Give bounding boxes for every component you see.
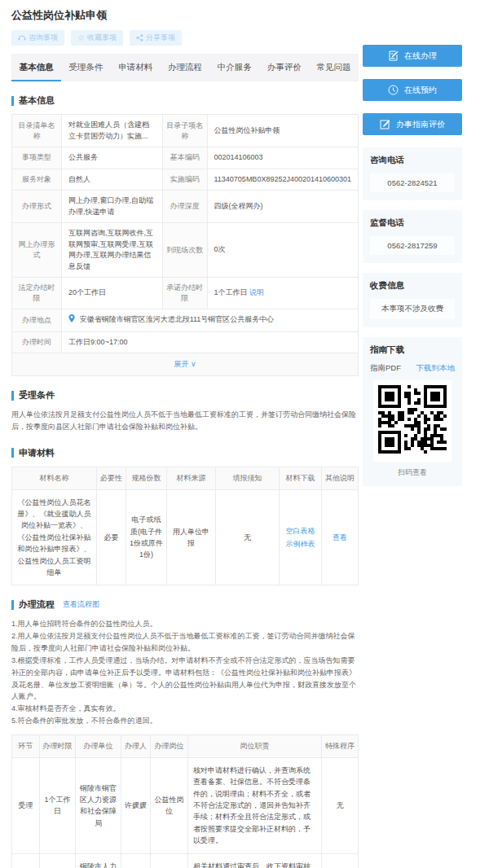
process-step: 2.用人单位依法按月足额支付公益性岗位人员不低于当地最低工资标准的工资，签订劳动… <box>11 630 359 655</box>
column-header: 办理人 <box>121 734 151 757</box>
column-header: 材料来源 <box>167 467 216 489</box>
kv-value: 公益性岗位补贴申领 <box>207 115 359 147</box>
process-step: 1.用人单位招聘符合条件的公益性岗位人员。 <box>11 618 359 630</box>
action-buttons: 咨询事项 ☆ 收藏事项 分享事项 <box>11 30 359 46</box>
process-step-name: 办结 <box>12 853 40 868</box>
column-header: 环节 <box>12 734 40 757</box>
share-item-button[interactable]: 分享事项 <box>130 30 182 46</box>
consult-phone-card: 咨询电话 0562-2824521 <box>363 147 462 200</box>
column-header: 材料下载 <box>280 467 322 489</box>
process-person: 许媛媛 <box>121 757 151 853</box>
address-text: 安徽省铜陵市铜官区淮河大道北段111号铜官区公共服务中心 <box>80 315 275 323</box>
table-row: 事项类型 公共服务 基本编码 002014106003 <box>12 147 359 169</box>
section-bar <box>11 96 14 106</box>
share-icon <box>136 34 143 42</box>
guide-review-button[interactable]: 办事指南评价 <box>363 113 462 135</box>
column-header: 其他说明 <box>322 467 359 489</box>
page-title: 公益性岗位补贴申领 <box>11 8 359 23</box>
process-unit: 铜陵市人力和社会保障局 <box>76 853 121 868</box>
process-step-name: 受理 <box>12 757 40 853</box>
consult-item-button[interactable]: 咨询事项 <box>11 30 64 46</box>
column-header: 填报须知 <box>216 467 280 489</box>
tab-process[interactable]: 办理流程 <box>161 54 210 81</box>
process-special: 无 <box>322 853 359 868</box>
column-header: 办理岗位 <box>151 734 188 757</box>
column-header: 规格份数 <box>126 467 167 489</box>
kv-label: 目录子项名称 <box>162 115 207 147</box>
expand-toggle[interactable]: 展开 ∨ <box>12 353 359 376</box>
kv-label: 实施编码 <box>162 169 207 191</box>
tab-materials[interactable]: 申请材料 <box>111 54 161 81</box>
section-bar <box>11 391 14 401</box>
process-unit: 铜陵市铜官区人力资源和社会保障局 <box>76 757 121 853</box>
process-steps: 1.用人单位招聘符合条件的公益性岗位人员。 2.用人单位依法按月足额支付公益性岗… <box>11 618 359 727</box>
process-duty: 核对申请材料进行确认，并查询系统查看备案、社保信息。不符合受理条件的，说明理由；… <box>188 757 322 853</box>
column-header: 必要性 <box>97 467 126 489</box>
kv-value: 对就业困难人员（含建档立卡贫困劳动力）实施... <box>62 115 163 147</box>
table-row-expand: 展开 ∨ <box>12 353 359 376</box>
blank-form-link[interactable]: 空白表格 <box>286 525 315 537</box>
online-handle-button[interactable]: 在线办理 <box>363 45 462 67</box>
tab-evaluation[interactable]: 办事评价 <box>259 54 309 81</box>
kv-value: 11340705MB0X89252J400201410600301 <box>207 169 359 191</box>
share-item-label: 分享事项 <box>146 33 175 43</box>
process-duty: 相关材料通过审查后，收下资料审核完毕送至铜陵市公共就业人才服务局审批。 <box>188 853 322 868</box>
kv-label: 到现场次数 <box>162 223 207 278</box>
kv-label: 承诺办结时限 <box>162 278 207 309</box>
kv-value: 网上办理,窗口办理,自助端办理,快递申请 <box>62 191 163 223</box>
sidebar: 在线办理 在线预约 办事指南评价 咨询电话 0562-2824521 监督电话 … <box>363 45 462 496</box>
process-step: 4.审核材料是否齐全，真实有效。 <box>11 703 359 715</box>
consult-phone-title: 咨询电话 <box>370 155 455 166</box>
section-basic-info: 基本信息 目录清单名称 对就业困难人员（含建档立卡贫困劳动力）实施... 目录子… <box>11 94 359 376</box>
material-notice: 无 <box>216 489 280 585</box>
column-header: 材料名称 <box>12 467 97 489</box>
conditions-text: 用人单位依法按月足额支付公益性岗位人员不低于当地最低工资标准的工资，并签订劳动合… <box>11 409 359 434</box>
tab-basic-info[interactable]: 基本信息 <box>11 54 61 81</box>
kv-value: 公共服务 <box>62 147 163 169</box>
process-special: 无 <box>322 757 359 853</box>
tab-bar: 基本信息 受理条件 申请材料 办理流程 中介服务 办事评价 常见问题 <box>11 54 359 81</box>
kv-value: 0次 <box>207 223 359 278</box>
kv-value: 20个工作日 <box>62 278 163 309</box>
consult-phone-number: 0562-2824521 <box>370 173 455 192</box>
view-link[interactable]: 查看 <box>333 533 347 541</box>
column-header: 办理时限 <box>40 734 76 757</box>
basic-info-table: 目录清单名称 对就业困难人员（含建档立卡贫困劳动力）实施... 目录子项名称 公… <box>11 114 359 376</box>
consult-item-label: 咨询事项 <box>29 33 58 43</box>
main-column: 公益性岗位补贴申领 咨询事项 ☆ 收藏事项 分享事项 基本信息 受理条件 <box>11 8 359 868</box>
consult-icon <box>18 34 26 42</box>
section-title-conditions: 受理条件 <box>19 389 55 401</box>
flow-chart-link[interactable]: 查看流程图 <box>63 599 99 610</box>
table-row: 办理时间 工作日9:00~17:00 <box>12 331 359 353</box>
sample-form-link[interactable]: 示例样表 <box>286 538 315 550</box>
section-title-basic: 基本信息 <box>19 94 55 107</box>
service-detail-page: 公益性岗位补贴申领 咨询事项 ☆ 收藏事项 分享事项 基本信息 受理条件 <box>0 0 489 868</box>
process-time: 1个工作日 <box>40 853 76 868</box>
section-materials: 申请材料 材料名称 必要性 规格份数 材料来源 填报须知 材料下载 其他说明 《… <box>11 447 359 586</box>
explain-link[interactable]: 说明 <box>249 288 264 296</box>
material-spec: 电子或纸质(电子件1份或原件1份) <box>126 489 167 585</box>
supervise-phone-card: 监督电话 0562-2817259 <box>363 210 462 263</box>
download-local-link[interactable]: 下载到本地 <box>416 363 456 374</box>
tab-faq[interactable]: 常见问题 <box>309 54 359 81</box>
table-row: 《公益性岗位人员花名册》、《就业援助人员岗位补贴一览表》、《公益性岗位社保补贴和… <box>12 489 359 585</box>
tab-agency[interactable]: 中介服务 <box>209 54 259 81</box>
process-person: 许媛媛 <box>121 853 151 868</box>
online-handle-icon <box>388 50 399 61</box>
kv-label: 法定办结时限 <box>12 278 62 309</box>
supervise-phone-title: 监督电话 <box>370 217 455 229</box>
kv-value: 002014106003 <box>207 147 359 169</box>
favorite-item-label: 收藏事项 <box>87 33 117 43</box>
guide-review-label: 办事指南评价 <box>396 119 445 130</box>
tab-conditions[interactable]: 受理条件 <box>61 54 111 81</box>
online-book-button[interactable]: 在线预约 <box>363 79 462 101</box>
process-time: 1个工作日 <box>40 757 76 853</box>
kv-label: 目录清单名称 <box>12 115 62 147</box>
kv-value: 自然人 <box>62 169 163 191</box>
fee-info-card: 收费信息 本事项不涉及收费 <box>363 273 462 327</box>
kv-label: 服务对象 <box>12 169 62 191</box>
online-handle-label: 在线办理 <box>404 50 437 62</box>
favorite-item-button[interactable]: ☆ 收藏事项 <box>71 30 123 46</box>
process-post: 公益性岗位 <box>151 757 188 853</box>
fee-info-text: 本事项不涉及收费 <box>370 299 455 319</box>
